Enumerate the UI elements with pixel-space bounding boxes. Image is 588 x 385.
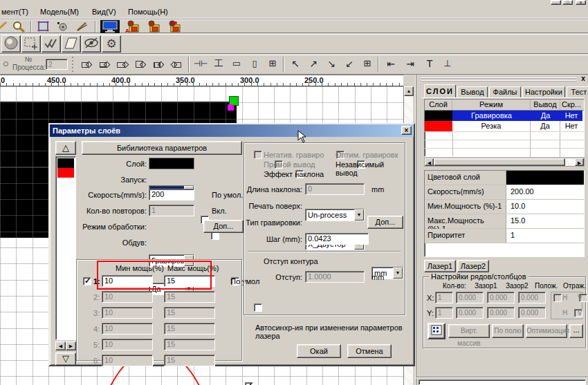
- layer-color-item-red[interactable]: [57, 168, 74, 178]
- mode-more-button[interactable]: Доп...: [203, 220, 244, 233]
- simulate-selected-icon[interactable]: [145, 20, 163, 33]
- repeat-input[interactable]: 1: [149, 205, 194, 216]
- maximize-button[interactable]: □: [562, 0, 573, 5]
- col-header-mode[interactable]: Режим: [452, 100, 531, 110]
- skew-shape-icon[interactable]: [62, 35, 81, 53]
- mirror-icon-5[interactable]: [149, 56, 167, 73]
- layer-hide-cell[interactable]: Нет: [560, 111, 582, 121]
- y-count-input[interactable]: 1: [435, 307, 453, 319]
- x-gap2-input[interactable]: 0.000: [487, 292, 515, 303]
- max-power-input-1[interactable]: 15: [164, 275, 215, 287]
- offset-input[interactable]: 1.0000: [305, 271, 365, 283]
- minimize-button[interactable]: _: [551, 0, 561, 5]
- tab-test[interactable]: Тест: [567, 86, 588, 97]
- max-power-input-4[interactable]: 15: [164, 323, 215, 335]
- pencil-icon[interactable]: [0, 21, 7, 32]
- align-bottom-icon[interactable]: ⊥: [439, 56, 457, 73]
- mirror-icon-2[interactable]: [95, 56, 113, 73]
- property-value[interactable]: 200.00: [506, 185, 584, 199]
- same-width-icon[interactable]: ▭: [228, 56, 246, 73]
- camera-icon[interactable]: [1, 35, 21, 53]
- table-h-scrollbar-thumb[interactable]: [434, 158, 565, 166]
- min-power-input-3[interactable]: 10: [102, 307, 153, 319]
- max-power-input-5[interactable]: 15: [164, 339, 215, 350]
- h-spacing-icon[interactable]: ⊣⊢: [192, 56, 210, 73]
- layer-color-value[interactable]: [149, 158, 194, 169]
- mirror-icon-4[interactable]: [131, 56, 149, 73]
- layer-output-cell[interactable]: Да: [531, 121, 560, 131]
- anchor-handle-magenta[interactable]: [228, 104, 234, 111]
- min-power-input-5[interactable]: 10: [102, 339, 153, 350]
- layer-hide-cell[interactable]: Нет: [560, 121, 582, 131]
- simulate-all-icon[interactable]: [166, 20, 184, 33]
- same-height-icon[interactable]: ▯: [246, 56, 264, 73]
- library-button[interactable]: Бибилиотека параметров: [82, 141, 242, 155]
- preview-monitor-icon[interactable]: [100, 20, 120, 33]
- hide-preview-icon[interactable]: [82, 35, 101, 53]
- y-gap2-input[interactable]: 0.000: [487, 307, 515, 319]
- slope-length-input[interactable]: 0: [305, 183, 365, 195]
- outline-offset-checkbox[interactable]: [254, 303, 262, 312]
- v-spacing-icon[interactable]: 工: [210, 56, 228, 73]
- property-value[interactable]: 15.0: [506, 214, 584, 228]
- menu-item-tool[interactable]: мент(Т): [1, 8, 28, 16]
- power-row-checkbox-1[interactable]: [83, 277, 91, 285]
- array-preview-icon[interactable]: [428, 323, 445, 339]
- align-top-left-icon[interactable]: ↖: [286, 56, 304, 73]
- layer-list-up-icon[interactable]: △: [55, 141, 76, 155]
- layer-color-swatch[interactable]: [425, 121, 452, 131]
- tab-output[interactable]: Вывод: [457, 86, 488, 97]
- x-mirror-h-checkbox[interactable]: [553, 294, 562, 302]
- max-power-input-2[interactable]: 15: [164, 291, 215, 303]
- scroll-right-icon[interactable]: ▶: [575, 158, 584, 166]
- node-edit-icon[interactable]: [55, 21, 72, 32]
- autosync-checkbox[interactable]: [245, 382, 253, 385]
- layer-color-swatch[interactable]: [425, 111, 452, 121]
- step-input[interactable]: 0.0423: [305, 233, 369, 245]
- table-h-scrollbar[interactable]: ◀ ▶: [424, 158, 585, 167]
- max-power-input-6[interactable]: 15: [164, 355, 215, 366]
- select-area-icon[interactable]: [21, 35, 41, 53]
- col-header-layer[interactable]: Слой: [425, 100, 452, 110]
- simulate-output-icon[interactable]: A: [125, 20, 143, 33]
- color-scroll-right-icon[interactable]: ▶: [66, 341, 76, 350]
- apply-check-icon[interactable]: [42, 35, 61, 53]
- mirror-icon-6[interactable]: [167, 56, 185, 73]
- min-power-input-6[interactable]: 10: [102, 355, 153, 366]
- cancel-button[interactable]: Отмена: [347, 344, 392, 358]
- min-power-input-4[interactable]: 10: [102, 323, 153, 335]
- y-pos-input[interactable]: 0.000: [518, 307, 546, 319]
- tab-files[interactable]: Файлы: [489, 86, 521, 97]
- overprint-combo[interactable]: Un-process▼: [305, 209, 365, 221]
- layer-mode-cell[interactable]: Резка: [452, 121, 531, 131]
- panel-gripper[interactable]: [421, 77, 576, 82]
- engrave-more-button[interactable]: Доп...: [367, 216, 403, 229]
- speed-input[interactable]: 200: [149, 189, 194, 200]
- layer-mode-cell[interactable]: Гравировка: [452, 111, 531, 121]
- zoom-icon[interactable]: [11, 21, 28, 32]
- table-row[interactable]: Гравировка Да Нет: [425, 111, 584, 121]
- pen-tool-icon[interactable]: [75, 21, 91, 32]
- close-button[interactable]: ×: [576, 0, 586, 5]
- panel-close-icon[interactable]: x: [579, 75, 587, 83]
- min-power-input-1[interactable]: 10: [102, 275, 153, 287]
- max-power-input-3[interactable]: 15: [164, 307, 215, 319]
- align-center-icon[interactable]: ⊞: [358, 56, 376, 73]
- layer-color-list[interactable]: [55, 156, 76, 340]
- tab-laser1[interactable]: Лазер1: [424, 260, 456, 272]
- table-row[interactable]: Резка Да Нет: [425, 121, 584, 131]
- layer-color-item-black[interactable]: [57, 158, 74, 168]
- scroll-left-icon[interactable]: ◀: [425, 158, 434, 166]
- property-value[interactable]: 10.0: [506, 200, 584, 214]
- x-gap1-input[interactable]: 0.000: [456, 292, 484, 303]
- scroll-up-icon[interactable]: ▲: [404, 86, 414, 96]
- negative-engrave-checkbox[interactable]: [254, 151, 262, 159]
- dialog-close-icon[interactable]: ×: [401, 126, 412, 135]
- same-size-icon[interactable]: ⊞: [264, 56, 282, 73]
- align-bottom-right-icon[interactable]: ↘: [322, 56, 340, 73]
- color-scroll-left-icon[interactable]: ◀: [55, 341, 66, 350]
- min-power-input-2[interactable]: 10: [102, 291, 153, 303]
- tab-laser2[interactable]: Лазер2: [457, 260, 489, 272]
- mirror-icon-1[interactable]: [77, 56, 95, 73]
- align-top-icon[interactable]: T: [421, 56, 439, 73]
